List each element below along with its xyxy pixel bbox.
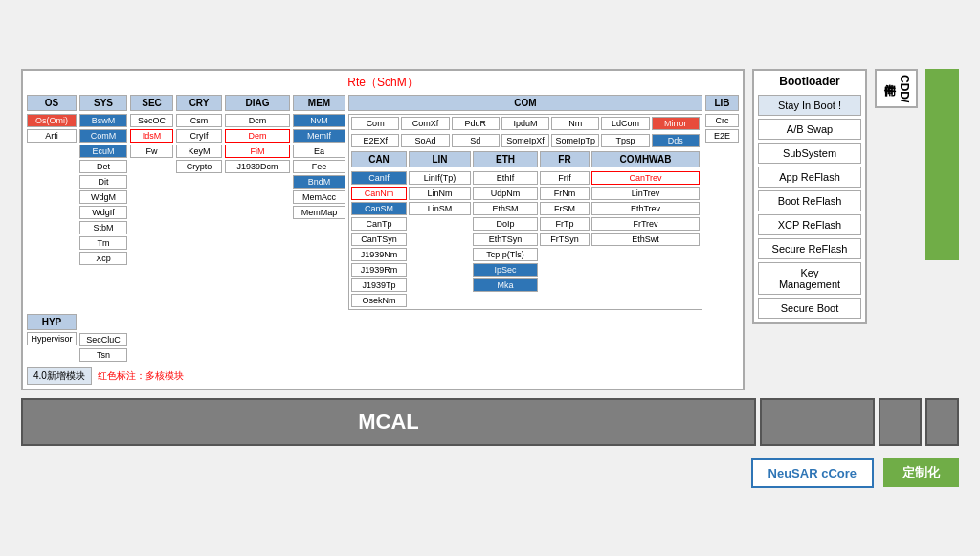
cdd-block: CDD/中间件: [875, 69, 918, 108]
custom-button[interactable]: 定制化: [883, 458, 959, 487]
sys-cell-3: EcuM: [79, 145, 127, 158]
mem-cell-2: MemIf: [293, 129, 345, 143]
com-row2-5: SomeIpTp: [551, 134, 599, 147]
lib-cell-2: E2E: [705, 129, 739, 143]
diag-cell-1: Dcm: [225, 114, 290, 127]
can-header: CAN: [351, 151, 407, 167]
sys-cell-2: ComM: [79, 129, 127, 143]
col-header-cry: CRY: [176, 95, 222, 111]
fr-cell-2: FrNm: [540, 187, 590, 200]
fr-cell-1: FrIf: [540, 171, 590, 185]
col-header-mem: MEM: [293, 95, 345, 111]
can-cell-6: J1939Nm: [351, 248, 407, 261]
com-row2-6: Tpsp: [601, 134, 649, 147]
mem-cell-5: BndM: [293, 175, 345, 189]
comhwab-cell-1: CanTrev: [591, 171, 700, 185]
fr-header: FR: [540, 151, 590, 167]
col-header-diag: DIAG: [225, 95, 290, 111]
cry-cell-1: Csm: [176, 114, 222, 127]
comhwab-cell-3: EthTrev: [591, 202, 700, 215]
lin-cell-2: LinNm: [409, 187, 471, 200]
sys-cell-5: Dit: [79, 175, 127, 189]
col-header-os: OS: [27, 95, 77, 111]
can-cell-5: CanTSyn: [351, 233, 407, 246]
sys-cell-9: Tm: [79, 236, 127, 250]
diag-cell-4: J1939Dcm: [225, 160, 290, 173]
eth-cell-1: EthIf: [473, 171, 538, 185]
com-top-3: PduR: [452, 117, 500, 130]
com-top-6: LdCom: [601, 117, 649, 130]
can-cell-2: CanNm: [351, 187, 407, 200]
comhwab-cell-5: EthSwt: [591, 233, 700, 246]
secure-boot-btn[interactable]: Secure Boot: [758, 298, 861, 319]
mem-cell-7: MemMap: [293, 206, 345, 219]
seccluC-cell: SecCluC: [79, 333, 127, 346]
fr-cell-5: FrTSyn: [540, 233, 590, 246]
diag-cell-2: Dem: [225, 129, 290, 143]
com-row2-2: SoAd: [401, 134, 449, 147]
bootloader-block: Bootloader Stay In Boot ! A/B Swap SubSy…: [752, 69, 867, 324]
secure-reflash-btn[interactable]: Secure ReFlash: [758, 238, 861, 259]
col-header-sys: SYS: [79, 95, 127, 111]
mem-cell-3: Ea: [293, 145, 345, 158]
os-cell-2: Arti: [27, 129, 77, 143]
xcp-reflash-btn[interactable]: XCP ReFlash: [758, 214, 861, 235]
eth-cell-3: EthSM: [473, 202, 538, 215]
sec-cell-3: Fw: [130, 145, 173, 158]
com-top-7: Mirror: [652, 117, 700, 130]
cry-cell-3: KeyM: [176, 145, 222, 158]
com-row2-7: Dds: [652, 134, 700, 147]
can-cell-9: OsekNm: [351, 294, 407, 307]
col-header-lib: LIB: [705, 95, 739, 111]
app-reflash-btn[interactable]: App ReFlash: [758, 167, 861, 188]
subsystem-btn[interactable]: SubSystem: [758, 143, 861, 164]
sys-cell-1: BswM: [79, 114, 127, 127]
com-row2-1: E2EXf: [351, 134, 399, 147]
can-cell-7: J1939Rm: [351, 263, 407, 277]
eth-cell-5: EthTSyn: [473, 233, 538, 246]
lin-cell-1: LinIf(Tp): [409, 171, 471, 185]
lin-cell-3: LinSM: [409, 202, 471, 215]
com-top-5: Nm: [551, 117, 599, 130]
stay-in-boot-btn[interactable]: Stay In Boot !: [758, 95, 861, 116]
hyp-header: HYP: [27, 314, 77, 330]
diag-cell-3: FiM: [225, 145, 290, 158]
sys-cell-10: Xcp: [79, 252, 127, 265]
eth-header: ETH: [473, 151, 538, 167]
lin-header: LIN: [409, 151, 471, 167]
com-row2-4: SomeIpXf: [501, 134, 549, 147]
sys-cell-6: WdgM: [79, 190, 127, 204]
bootloader-title: Bootloader: [758, 75, 861, 88]
col-header-sec: SEC: [130, 95, 173, 111]
mem-cell-1: NvM: [293, 114, 345, 127]
can-cell-3: CanSM: [351, 202, 407, 215]
neusar-button[interactable]: NeuSAR cCore: [751, 458, 874, 488]
cry-cell-2: CryIf: [176, 129, 222, 143]
ab-swap-btn[interactable]: A/B Swap: [758, 119, 861, 140]
comhwab-cell-4: FrTrev: [591, 217, 700, 231]
key-management-btn[interactable]: KeyManagement: [758, 262, 861, 295]
sec-cell-2: IdsM: [130, 129, 173, 143]
com-top-1: Com: [351, 117, 399, 130]
sys-cell-4: Det: [79, 160, 127, 173]
mem-cell-4: Fee: [293, 160, 345, 173]
sec-cell-1: SecOC: [130, 114, 173, 127]
sys-cell-8: StbM: [79, 221, 127, 234]
fr-cell-4: FrTp: [540, 217, 590, 231]
comhwab-cell-2: LinTrev: [591, 187, 700, 200]
com-top-4: IpduM: [501, 117, 549, 130]
mem-cell-6: MemAcc: [293, 190, 345, 204]
fr-cell-3: FrSM: [540, 202, 590, 215]
green-customization-bar: [925, 69, 959, 260]
new-module-label: 4.0新增模块: [27, 367, 92, 385]
can-cell-4: CanTp: [351, 217, 407, 231]
cry-cell-4: Crypto: [176, 160, 222, 173]
hyp-cell: Hypervisor: [27, 332, 77, 345]
sys-cell-7: WdgIf: [79, 206, 127, 219]
eth-cell-8: Mka: [473, 278, 538, 292]
comhwab-header: COMHWAB: [591, 151, 700, 167]
boot-reflash-btn[interactable]: Boot ReFlash: [758, 190, 861, 211]
com-row2-3: Sd: [452, 134, 500, 147]
eth-cell-2: UdpNm: [473, 187, 538, 200]
rte-label: Rte（SchM）: [27, 75, 739, 91]
